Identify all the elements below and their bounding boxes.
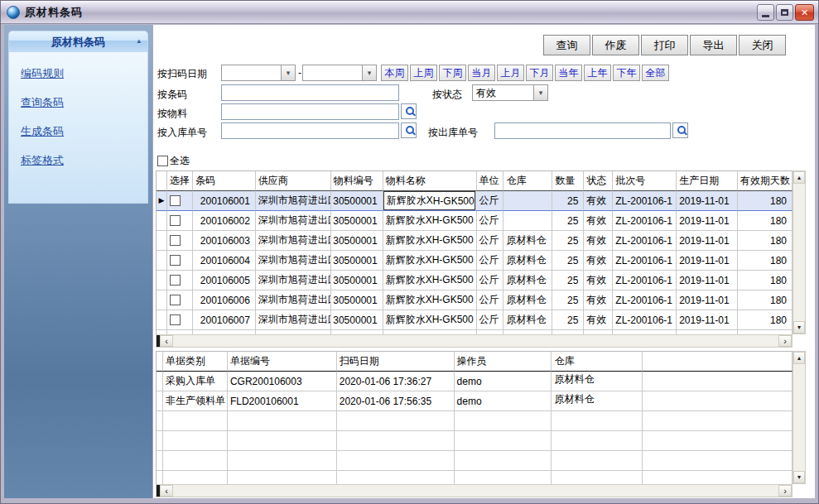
range-last-month[interactable]: 上月 bbox=[497, 65, 524, 81]
sidebar-item-coding-rules[interactable]: 编码规则 bbox=[21, 66, 64, 81]
col-prod-date[interactable]: 生产日期 bbox=[677, 171, 738, 191]
table-row[interactable]: 200106003 深圳市旭荷进出口 30500001 新辉胶水XH-GK500… bbox=[157, 231, 793, 251]
range-last-week[interactable]: 上周 bbox=[410, 65, 437, 81]
material-search-button[interactable] bbox=[401, 103, 417, 119]
export-button[interactable]: 导出 bbox=[690, 35, 737, 55]
col-doc-type[interactable]: 单据类别 bbox=[163, 352, 228, 372]
table-row[interactable]: 200106007 深圳市旭荷进出口 30500001 新辉胶水XH-GK500… bbox=[157, 310, 793, 330]
col-barcode[interactable]: 条码 bbox=[193, 171, 256, 191]
scroll-right-icon[interactable]: › bbox=[778, 485, 792, 497]
table-row[interactable]: 200106004 深圳市旭荷进出口 30500001 新辉胶水XH-GK500… bbox=[157, 251, 793, 271]
main-table-vscrollbar[interactable]: ▴ ▾ bbox=[793, 170, 806, 334]
date-from-select[interactable]: ▾ bbox=[221, 65, 296, 81]
col-warehouse[interactable]: 仓库 bbox=[503, 171, 552, 191]
empty-row bbox=[157, 411, 793, 431]
chevron-down-icon[interactable]: ▾ bbox=[362, 65, 376, 80]
row-selector-header bbox=[157, 352, 163, 372]
close-window-button[interactable]: ✕ bbox=[795, 4, 814, 21]
collapse-icon[interactable]: ▴ bbox=[137, 37, 141, 45]
sidebar-item-generate-barcode[interactable]: 生成条码 bbox=[21, 124, 64, 139]
document-table-vscrollbar[interactable]: ▴ ▾ bbox=[793, 351, 806, 484]
barcode-filter-label: 按条码 bbox=[157, 88, 187, 102]
minimize-button[interactable] bbox=[757, 4, 774, 21]
range-this-week[interactable]: 本周 bbox=[381, 65, 408, 81]
col-empty bbox=[643, 352, 793, 372]
material-input[interactable] bbox=[221, 103, 399, 120]
col-supplier[interactable]: 供应商 bbox=[256, 171, 331, 191]
col-warehouse[interactable]: 仓库 bbox=[552, 352, 643, 372]
row-checkbox[interactable] bbox=[170, 275, 181, 286]
col-doc-no[interactable]: 单据编号 bbox=[228, 352, 337, 372]
sidebar-item-query-barcode[interactable]: 查询条码 bbox=[21, 95, 64, 110]
col-status[interactable]: 状态 bbox=[584, 171, 613, 191]
document-table-hscrollbar[interactable]: ‹ › bbox=[156, 484, 793, 497]
barcode-input[interactable] bbox=[221, 84, 399, 101]
col-scan-date[interactable]: 扫码日期 bbox=[337, 352, 455, 372]
table-row[interactable]: 200106002 深圳市旭荷进出口 30500001 新辉胶水XH-GK500… bbox=[157, 211, 793, 231]
table-row[interactable]: 200106005 深圳市旭荷进出口 30500001 新辉胶水XH-GK500… bbox=[157, 271, 793, 290]
col-material-no[interactable]: 物料编号 bbox=[331, 171, 383, 191]
sidebar-item-label-format[interactable]: 标签格式 bbox=[21, 153, 64, 168]
select-all: 全选 bbox=[157, 154, 190, 168]
row-checkbox[interactable] bbox=[170, 195, 181, 206]
row-checkbox[interactable] bbox=[170, 235, 181, 246]
inbound-input[interactable] bbox=[221, 122, 399, 139]
scroll-up-icon[interactable]: ▴ bbox=[793, 171, 805, 184]
scroll-up-icon[interactable]: ▴ bbox=[793, 352, 805, 364]
range-this-month[interactable]: 当月 bbox=[468, 65, 495, 81]
row-checkbox[interactable] bbox=[170, 295, 181, 305]
close-button[interactable]: 关闭 bbox=[739, 35, 786, 55]
range-next-week[interactable]: 下周 bbox=[439, 65, 466, 81]
document-table-header: 单据类别 单据编号 扫码日期 操作员 仓库 bbox=[157, 352, 793, 372]
print-button[interactable]: 打印 bbox=[641, 35, 688, 55]
scroll-down-icon[interactable]: ▾ bbox=[793, 471, 805, 483]
col-operator[interactable]: 操作员 bbox=[455, 352, 552, 372]
scroll-left-icon[interactable]: ‹ bbox=[160, 335, 173, 347]
sidebar-panel-header[interactable]: 原材料条码 ▴ bbox=[9, 31, 147, 52]
material-name-edit-cell[interactable]: 新辉胶水XH-GK500 bbox=[383, 191, 476, 210]
barcode-table-header: 选择 条码 供应商 物料编号 物料名称 单位 仓库 数量 状态 批次号 生产日期… bbox=[157, 171, 793, 191]
table-row[interactable]: ▶ 200106001 深圳市旭荷进出口 30500001 新辉胶水XH-GK5… bbox=[157, 191, 793, 211]
col-select[interactable]: 选择 bbox=[167, 171, 193, 191]
toolbar: 查询 作废 打印 导出 关闭 bbox=[543, 35, 786, 55]
chevron-down-icon[interactable]: ▾ bbox=[533, 85, 547, 100]
list-item[interactable]: 非生产领料单 FLD200106001 2020-01-06 17:56:35 … bbox=[157, 391, 793, 411]
search-icon bbox=[406, 126, 414, 134]
date-separator: - bbox=[298, 67, 301, 79]
range-next-year[interactable]: 下年 bbox=[613, 65, 640, 81]
table-row[interactable]: 200106006 深圳市旭荷进出口 30500001 新辉胶水XH-GK500… bbox=[157, 290, 793, 310]
select-all-checkbox[interactable] bbox=[157, 156, 168, 166]
empty-row bbox=[157, 451, 793, 471]
scroll-left-icon[interactable]: ‹ bbox=[160, 485, 173, 497]
col-unit[interactable]: 单位 bbox=[477, 171, 504, 191]
col-batch[interactable]: 批次号 bbox=[613, 171, 677, 191]
inbound-search-button[interactable] bbox=[401, 122, 417, 138]
col-valid-days[interactable]: 有效期天数 bbox=[738, 171, 793, 191]
list-item[interactable]: 采购入库单 CGR200106003 2020-01-06 17:36:27 d… bbox=[157, 372, 793, 391]
scroll-right-icon[interactable]: › bbox=[778, 335, 792, 347]
maximize-icon bbox=[781, 9, 788, 16]
maximize-button[interactable] bbox=[776, 4, 793, 21]
row-checkbox[interactable] bbox=[170, 255, 181, 266]
search-icon bbox=[677, 126, 686, 134]
main-table-hscrollbar[interactable]: ‹ › bbox=[156, 334, 793, 348]
outbound-search-button[interactable] bbox=[672, 122, 688, 138]
query-button[interactable]: 查询 bbox=[543, 35, 590, 55]
range-next-month[interactable]: 下月 bbox=[526, 65, 553, 81]
status-filter-label: 按状态 bbox=[432, 88, 462, 102]
date-to-select[interactable]: ▾ bbox=[302, 65, 377, 81]
status-select[interactable]: 有效 ▾ bbox=[472, 84, 548, 101]
row-checkbox[interactable] bbox=[170, 314, 181, 325]
outbound-input[interactable] bbox=[494, 122, 671, 139]
range-last-year[interactable]: 上年 bbox=[584, 65, 611, 81]
scroll-down-icon[interactable]: ▾ bbox=[793, 321, 805, 334]
range-this-year[interactable]: 当年 bbox=[555, 65, 582, 81]
chevron-down-icon[interactable]: ▾ bbox=[281, 65, 295, 80]
col-qty[interactable]: 数量 bbox=[552, 171, 584, 191]
col-material-name[interactable]: 物料名称 bbox=[383, 171, 477, 191]
range-all[interactable]: 全部 bbox=[642, 65, 669, 81]
quick-range-buttons: 本周 上周 下周 当月 上月 下月 当年 上年 下年 全部 bbox=[381, 65, 669, 81]
row-checkbox[interactable] bbox=[170, 215, 181, 226]
sidebar-panel: 原材料条码 ▴ 编码规则 查询条码 生成条码 标签格式 bbox=[9, 31, 147, 203]
void-button[interactable]: 作废 bbox=[592, 35, 639, 55]
